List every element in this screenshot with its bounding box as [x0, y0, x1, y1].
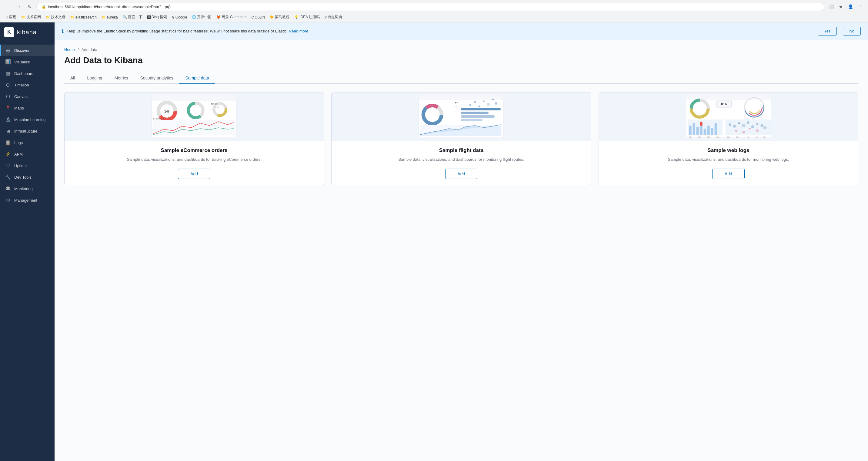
card-ecommerce: 147 $73.79 2.18 $76,893.72 Sample eComme… [64, 92, 324, 185]
machine_learning-icon: 🔬 [5, 117, 10, 122]
bookmark-label: CSDN [255, 15, 265, 20]
sidebar-item-visualize[interactable]: 📊Visualize [0, 56, 55, 68]
sidebar-item-label-canvas: Canvas [14, 94, 28, 99]
sidebar-item-dev_tools[interactable]: 🔧Dev Tools [0, 171, 55, 183]
svg-rect-16 [419, 95, 504, 100]
bookmark-button[interactable]: ★ [836, 2, 845, 11]
breadcrumb: Home / Add data [64, 47, 858, 52]
timelion-icon: ⏱ [5, 82, 10, 88]
home-breadcrumb-link[interactable]: Home [64, 47, 75, 52]
sidebar-item-label-maps: Maps [14, 106, 24, 110]
svg-text:147: 147 [164, 110, 169, 113]
sidebar-item-infrastructure[interactable]: 🖥Infrastructure [0, 125, 55, 137]
url-bar[interactable]: 🔒 localhost:5601/app/kibana#/home/tutori… [36, 3, 824, 11]
bookmark-item-技术文档[interactable]: 📁技术文档 [44, 14, 67, 20]
bookmark-label: 菜鸟教程 [275, 15, 289, 20]
profile-button[interactable]: 👤 [846, 2, 855, 11]
card-flights: 97 35 Sample flight data Sample data, vi… [331, 92, 591, 185]
svg-point-58 [728, 123, 731, 126]
app-container: K kibana ◎Discover📊Visualize▦Dashboard⏱T… [0, 23, 868, 461]
dashboard-icon: ▦ [5, 71, 10, 76]
add-button-ecommerce[interactable]: Add [178, 169, 210, 179]
svg-point-33 [492, 98, 494, 100]
yes-button[interactable]: Yes [818, 27, 837, 35]
svg-text:200k: 200k [707, 136, 710, 138]
breadcrumb-current: Add data [82, 47, 97, 52]
sidebar-item-canvas[interactable]: ⬡Canvas [0, 91, 55, 102]
bookmark-icon: 🐤 [270, 15, 274, 19]
tab-sample_data[interactable]: Sample data [179, 73, 215, 84]
svg-text:35: 35 [455, 106, 458, 108]
dev_tools-icon: 🔧 [5, 174, 10, 180]
svg-point-30 [478, 106, 480, 107]
screenshot-button[interactable]: ⬜ [827, 2, 835, 11]
main-content: ℹ Help us improve the Elastic Stack by p… [55, 23, 868, 461]
sidebar-logo: K kibana [0, 23, 55, 42]
svg-point-63 [751, 125, 754, 128]
card-preview-inner-weblogs: 816 50k 100k 200k 5 [599, 93, 858, 141]
bookmark-item-码云_Gitee.com[interactable]: 🦊码云 Gitee.com [215, 14, 248, 20]
reload-button[interactable]: ↻ [26, 2, 34, 11]
tab-security_analytics[interactable]: Security analytics [134, 73, 179, 84]
sidebar-item-uptime[interactable]: ♡Uptime [0, 160, 55, 171]
svg-point-67 [735, 130, 737, 132]
bookmark-item-有道词典[interactable]: Y有道词典 [323, 14, 344, 20]
bookmark-icon: 💡 [294, 15, 299, 19]
svg-point-70 [755, 129, 758, 132]
forward-button[interactable]: → [14, 2, 23, 11]
card-body-ecommerce: Sample eCommerce orders Sample data, vis… [65, 141, 324, 185]
sidebar-item-machine_learning[interactable]: 🔬Machine Learning [0, 114, 55, 125]
svg-text:50k: 50k [689, 136, 692, 138]
read-more-link[interactable]: Read more [289, 29, 308, 33]
sidebar-item-label-monitoring: Monitoring [14, 186, 33, 191]
sidebar-item-monitoring[interactable]: 💬Monitoring [0, 183, 55, 194]
svg-point-60 [738, 122, 740, 124]
sidebar-item-label-management: Management [14, 198, 37, 203]
svg-point-29 [474, 101, 476, 103]
sidebar-item-discover[interactable]: ◎Discover [0, 45, 55, 56]
sidebar-item-apm[interactable]: ⚡APM [0, 148, 55, 160]
card-title-ecommerce: Sample eCommerce orders [161, 147, 227, 153]
add-button-flights[interactable]: Add [445, 169, 478, 179]
browser-actions: ⬜ ★ 👤 ⋮ [827, 2, 864, 11]
menu-button[interactable]: ⋮ [856, 2, 864, 11]
sidebar-item-label-uptime: Uptime [14, 164, 27, 168]
bookmark-item-CSDN[interactable]: CCSDN [249, 15, 267, 20]
bookmark-icon: 🔍 [123, 15, 127, 19]
bookmark-item-Google[interactable]: GGoogle [170, 15, 189, 20]
sidebar-item-maps[interactable]: 📍Maps [0, 102, 55, 114]
card-body-weblogs: Sample web logs Sample data, visualizati… [599, 141, 858, 185]
bookmark-item-应用[interactable]: ⊞应用 [4, 14, 18, 20]
bookmark-item-eureka[interactable]: 📁eureka [100, 15, 120, 20]
bookmark-item-菜鸟教程[interactable]: 🐤菜鸟教程 [268, 14, 291, 20]
sidebar-item-management[interactable]: ⚙Management [0, 194, 55, 206]
tab-logging[interactable]: Logging [81, 73, 108, 84]
back-button[interactable]: ← [4, 2, 12, 11]
bookmark-item-开源中国[interactable]: 🌐开源中国 [190, 14, 213, 20]
sidebar-item-timelion[interactable]: ⏱Timelion [0, 79, 55, 91]
sidebar-item-logs[interactable]: 📋Logs [0, 137, 55, 148]
svg-rect-49 [692, 123, 695, 135]
tab-metrics[interactable]: Metrics [108, 73, 134, 84]
bookmark-item-IDEA_注册码[interactable]: 💡IDEA 注册码 [292, 14, 321, 20]
sidebar-item-label-logs: Logs [14, 140, 23, 145]
sidebar-item-label-discover: Discover [14, 48, 30, 53]
bookmark-item-百度一下[interactable]: 🔍百度一下 [121, 14, 144, 20]
bookmark-item-技术官网[interactable]: 📁技术官网 [20, 14, 43, 20]
svg-text:1.0k: 1.0k [727, 136, 730, 138]
add-button-weblogs[interactable]: Add [712, 169, 745, 179]
sidebar-item-dashboard[interactable]: ▦Dashboard [0, 68, 55, 79]
bookmark-label: IDEA 注册码 [300, 15, 320, 20]
cards-grid: 147 $73.79 2.18 $76,893.72 Sample eComme… [64, 92, 858, 185]
svg-text:$76,893.72: $76,893.72 [153, 118, 164, 120]
tab-all[interactable]: All [64, 73, 81, 84]
svg-text:25k: 25k [763, 136, 766, 138]
no-button[interactable]: No [843, 27, 861, 35]
bookmark-item-elasticsearch[interactable]: 📁elasticsearch [68, 15, 98, 20]
maps-icon: 📍 [5, 105, 10, 111]
bookmark-item-Bing_搜索[interactable]: 🅱Bing 搜索 [146, 14, 169, 20]
svg-text:$73.79: $73.79 [211, 103, 218, 105]
sidebar-navigation: ◎Discover📊Visualize▦Dashboard⏱Timelion⬡C… [0, 42, 55, 461]
sidebar-item-label-visualize: Visualize [14, 60, 30, 64]
card-preview-inner-flights: 97 35 [332, 93, 591, 141]
